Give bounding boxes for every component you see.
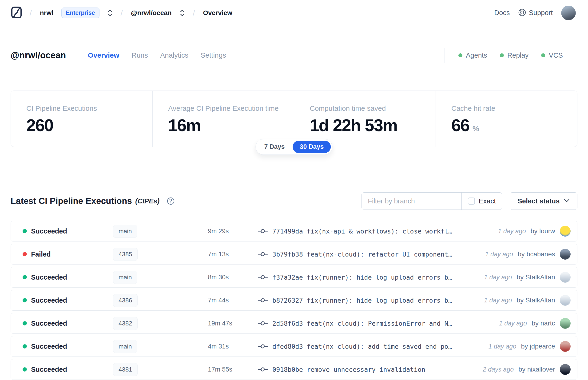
meta-cell: 1 day ago by lourw (498, 226, 570, 237)
help-icon[interactable] (167, 197, 175, 205)
breadcrumb-workspace[interactable]: @nrwl/ocean (131, 9, 172, 17)
workspace-title: @nrwl/ocean (11, 50, 66, 60)
time-ago: 1 day ago (498, 228, 526, 235)
time-ago: 1 day ago (484, 274, 512, 281)
branch-badge[interactable]: main (113, 225, 137, 238)
duration: 4m 31s (208, 343, 258, 350)
author-avatar[interactable] (560, 226, 570, 237)
date-range-option[interactable]: 30 Days (293, 141, 331, 153)
commit-text[interactable]: 3b79fb38 feat(nx-cloud): refactor UI com… (272, 251, 452, 258)
status-dot (500, 53, 504, 57)
commit-text[interactable]: dfed80d3 feat(nx-cloud): add time-saved … (272, 343, 452, 350)
tab[interactable]: Settings (201, 51, 226, 59)
author-avatar[interactable] (560, 295, 570, 306)
status-cell: Succeeded (23, 273, 113, 281)
author-avatar[interactable] (560, 341, 570, 352)
exact-checkbox[interactable] (468, 197, 475, 205)
exact-toggle[interactable]: Exact (462, 197, 502, 205)
feature-statuses: Agents Replay VCS (445, 48, 563, 63)
stat-value: 16m (168, 116, 289, 135)
branch-filter-input[interactable] (362, 192, 461, 209)
breadcrumb-separator: / (121, 8, 123, 18)
commit-text[interactable]: 2d58f6d3 feat(nx-cloud): PermissionError… (272, 320, 452, 327)
commit-text[interactable]: 0918b0be remove unnecessary invalidation (272, 366, 425, 373)
commit-text[interactable]: 771499da fix(nx-api & workflows): close … (272, 228, 452, 235)
org-switcher-chevrons-icon[interactable] (108, 9, 113, 17)
section-title: Latest CI Pipeline Executions (11, 196, 132, 206)
breadcrumb-page: Overview (203, 9, 232, 17)
commit-text[interactable]: b8726327 fix(runner): hide log upload er… (272, 297, 452, 304)
commit-message: remove unnecessary invalidation (307, 366, 425, 373)
status-label: Failed (31, 250, 51, 258)
git-commit-icon (258, 321, 268, 326)
branch-cell: 4382 (113, 317, 208, 330)
cipe-row[interactable]: Failed 4385 7m 13s 3b79fb38 feat(nx-clou… (11, 244, 577, 265)
time-ago: 1 day ago (499, 320, 527, 327)
duration: 8m 30s (208, 274, 258, 281)
stat-value: 260 (26, 116, 148, 135)
nx-cloud-logo-icon[interactable] (11, 7, 22, 19)
commit-message: feat(nx-cloud): refactor UI component… (307, 251, 452, 258)
top-nav: / nrwl Enterprise / @nrwl/ocean / Overvi… (0, 0, 588, 26)
branch-cell: main (113, 271, 208, 284)
author-avatar[interactable] (560, 318, 570, 329)
cipe-row[interactable]: Succeeded main 4m 31s dfed80d3 feat(nx-c… (11, 336, 577, 357)
lifebuoy-icon (518, 8, 526, 18)
nav-actions: Docs Support (494, 6, 576, 20)
support-link[interactable]: Support (518, 8, 553, 18)
git-commit-icon (258, 274, 268, 280)
commit-cell: f37a32ae fix(runner): hide log upload er… (258, 274, 477, 281)
enterprise-badge: Enterprise (61, 7, 99, 18)
branch-badge[interactable]: 4385 (113, 248, 138, 261)
meta-cell: 1 day ago by nartc (499, 318, 570, 329)
stat-label: Computation time saved (310, 104, 431, 113)
commit-cell: b8726327 fix(runner): hide log upload er… (258, 297, 477, 304)
status-select-dropdown[interactable]: Select status (510, 192, 577, 210)
status-label: Succeeded (31, 273, 67, 281)
feature-status: Replay (500, 52, 529, 59)
time-ago: 2 days ago (483, 366, 514, 373)
tab[interactable]: Analytics (160, 51, 189, 59)
tab[interactable]: Overview (88, 51, 119, 59)
status-dot (23, 344, 27, 348)
branch-badge[interactable]: 4386 (113, 294, 138, 307)
branch-badge[interactable]: 4381 (113, 363, 138, 376)
commit-text[interactable]: f37a32ae fix(runner): hide log upload er… (272, 274, 452, 281)
branch-badge[interactable]: 4382 (113, 317, 138, 330)
status-label: Succeeded (31, 342, 67, 350)
cipe-row[interactable]: Succeeded main 8m 30s f37a32ae fix(runne… (11, 267, 577, 287)
cipe-row[interactable]: Succeeded main 9m 29s 771499da fix(nx-ap… (11, 221, 577, 242)
status-dot (23, 298, 27, 303)
docs-link[interactable]: Docs (494, 9, 510, 17)
status-label: Succeeded (31, 297, 67, 304)
stats-cards: CI Pipeline Executions 260 Average CI Pi… (11, 91, 577, 147)
status-dot (23, 321, 27, 325)
workspace-switcher-chevrons-icon[interactable] (180, 9, 185, 17)
meta-cell: 2 days ago by nixallover (483, 364, 570, 375)
author: by StalkAltan (517, 273, 555, 281)
author-avatar[interactable] (560, 364, 570, 375)
feature-status: Agents (458, 52, 487, 59)
commit-cell: 771499da fix(nx-api & workflows): close … (258, 228, 491, 235)
status-cell: Succeeded (23, 297, 113, 304)
author-avatar[interactable] (560, 249, 570, 260)
user-avatar[interactable] (561, 6, 576, 20)
cipe-row[interactable]: Succeeded 4381 17m 55s 0918b0be remove u… (11, 359, 577, 380)
cipe-row[interactable]: Succeeded 4386 7m 44s b8726327 fix(runne… (11, 290, 577, 311)
cipe-row[interactable]: Succeeded 4382 19m 47s 2d58f6d3 feat(nx-… (11, 313, 577, 334)
status-label: Succeeded (31, 366, 67, 373)
stat-card: Cache hit rate 66 % (436, 91, 577, 147)
date-range-option[interactable]: 7 Days (257, 141, 292, 153)
commit-message: feat(nx-cloud): PermissionError and N… (307, 320, 452, 327)
workspace-header: @nrwl/ocean Overview Runs Analytics Sett… (11, 46, 577, 64)
author-avatar[interactable] (560, 272, 570, 283)
breadcrumb-org[interactable]: nrwl (40, 9, 53, 17)
section-title-suffix: (CIPEs) (135, 197, 159, 205)
meta-cell: 1 day ago by StalkAltan (484, 295, 570, 306)
cipe-list: Succeeded main 9m 29s 771499da fix(nx-ap… (11, 221, 577, 380)
commit-cell: 0918b0be remove unnecessary invalidation (258, 366, 475, 373)
status-dot (541, 53, 545, 57)
tab[interactable]: Runs (132, 51, 148, 59)
branch-badge[interactable]: main (113, 271, 137, 284)
branch-badge[interactable]: main (113, 340, 137, 353)
